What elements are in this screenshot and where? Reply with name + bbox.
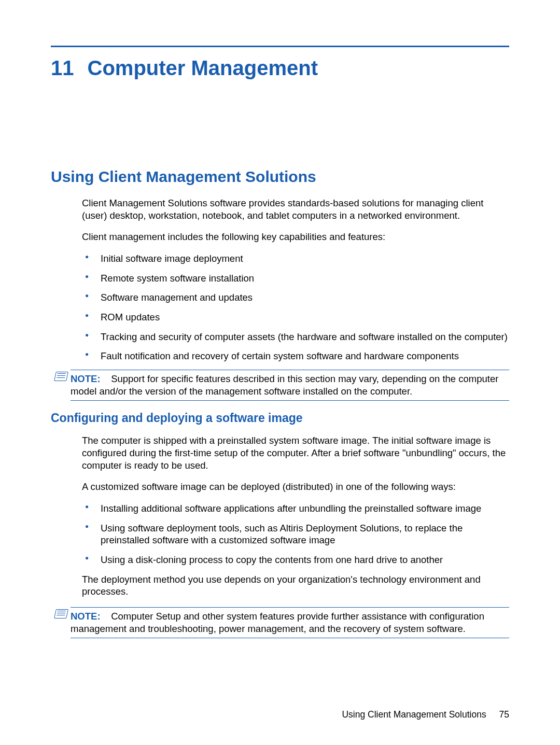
list-item: Software management and updates	[82, 291, 509, 304]
chapter-number: 11	[51, 57, 74, 80]
section2-body: The computer is shipped with a preinstal…	[82, 434, 509, 598]
note-icon	[55, 372, 67, 381]
note-label: NOTE:	[71, 373, 101, 384]
paragraph: The computer is shipped with a preinstal…	[82, 434, 509, 471]
page-footer: Using Client Management Solutions 75	[342, 709, 509, 720]
list-item: Fault notification and recovery of certa…	[82, 350, 509, 362]
list-item: Using a disk-cloning process to copy the…	[82, 554, 509, 566]
deploy-methods-list: Installing additional software applicati…	[82, 502, 509, 566]
note-text: Computer Setup and other system features…	[71, 611, 484, 634]
page-body: 11 Computer Management Using Client Mana…	[0, 0, 560, 638]
section1-body: Client Management Solutions software pro…	[82, 197, 509, 362]
paragraph: Client management includes the following…	[82, 231, 509, 243]
list-item: Initial software image deployment	[82, 252, 509, 265]
paragraph: Client Management Solutions software pro…	[82, 197, 509, 221]
list-item: Tracking and security of computer assets…	[82, 331, 509, 343]
page-number: 75	[499, 709, 509, 720]
chapter-title: Computer Management	[88, 57, 318, 80]
list-item: Installing additional software applicati…	[82, 502, 509, 515]
paragraph: The deployment method you use depends on…	[82, 573, 509, 598]
subsection-heading-config-deploy: Configuring and deploying a software ima…	[51, 411, 509, 425]
chapter-rule	[51, 46, 509, 47]
note-callout: NOTE: Support for specific features desc…	[71, 370, 509, 401]
note-callout: NOTE: Computer Setup and other system fe…	[71, 607, 509, 638]
note-label: NOTE:	[71, 611, 101, 622]
list-item: ROM updates	[82, 311, 509, 324]
footer-section-title: Using Client Management Solutions	[342, 709, 486, 720]
list-item: Remote system software installation	[82, 272, 509, 285]
note-text: Support for specific features described …	[71, 373, 498, 397]
list-item: Using software deployment tools, such as…	[82, 522, 509, 546]
paragraph: A customized software image can be deplo…	[82, 481, 509, 493]
capabilities-list: Initial software image deployment Remote…	[82, 252, 509, 362]
note-icon	[55, 609, 67, 619]
chapter-heading: 11 Computer Management	[51, 57, 509, 80]
section-heading-client-mgmt: Using Client Management Solutions	[51, 168, 509, 186]
